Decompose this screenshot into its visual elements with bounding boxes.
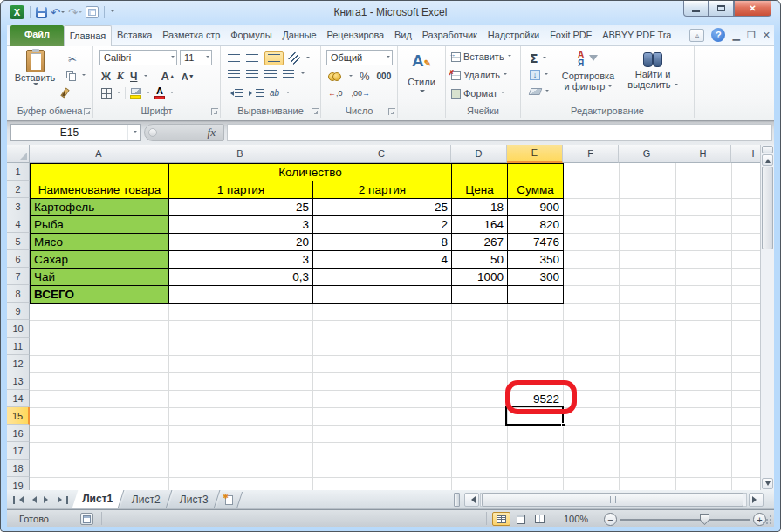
fill-color-icon[interactable] <box>130 88 141 99</box>
resize-grip[interactable] <box>761 514 771 524</box>
column-header-B[interactable]: B <box>168 145 312 163</box>
wrap-text-icon[interactable] <box>283 70 294 78</box>
maximize-button[interactable] <box>709 1 734 17</box>
currency-icon[interactable] <box>328 72 341 81</box>
fill-button[interactable]: ↓ <box>530 70 548 80</box>
tab-split-handle[interactable] <box>454 493 460 507</box>
sheet-tab-Лист3[interactable]: Лист3 <box>168 490 221 508</box>
tab-file[interactable]: Файл <box>10 25 64 46</box>
font-color-icon[interactable]: А <box>154 87 165 99</box>
row-header-15[interactable]: 15 <box>7 407 30 425</box>
minimize-button[interactable] <box>683 1 709 17</box>
fill-handle[interactable] <box>561 423 565 427</box>
clipboard-dialog-launcher[interactable] <box>84 108 91 115</box>
cell-B2[interactable]: 1 партия <box>168 181 313 199</box>
row-header-12[interactable]: 12 <box>7 355 30 372</box>
cut-button[interactable]: ✂ <box>68 53 77 65</box>
tab-Вставка[interactable]: Вставка <box>112 25 157 46</box>
cell-A1[interactable]: Наименование товара <box>30 163 169 199</box>
tab-Формулы[interactable]: Формулы <box>225 25 277 46</box>
cell-E3[interactable]: 900 <box>507 198 564 216</box>
tab-Рецензирова[interactable]: Рецензирова <box>322 25 390 46</box>
name-box[interactable]: E15 <box>10 124 141 141</box>
column-header-H[interactable]: H <box>675 145 731 163</box>
zoom-level[interactable]: 100% <box>564 514 588 524</box>
align-top-icon[interactable] <box>228 54 240 63</box>
delete-cells-button[interactable]: ✗ Удалить <box>451 70 507 80</box>
bold-button[interactable]: Ж <box>101 71 111 83</box>
cell-B3[interactable]: 25 <box>168 198 313 216</box>
styles-button[interactable]: А✎ Стили <box>405 51 438 95</box>
vertical-scrollbar[interactable] <box>760 145 774 490</box>
column-header-G[interactable]: G <box>619 145 675 163</box>
font-size-combo[interactable]: 11 <box>180 50 212 65</box>
help-icon[interactable]: ? <box>711 28 725 42</box>
column-header-D[interactable]: D <box>451 145 507 163</box>
column-header-F[interactable]: F <box>563 145 619 163</box>
sheet-tab-Лист2[interactable]: Лист2 <box>120 490 173 508</box>
last-sheet-button[interactable] <box>56 493 69 507</box>
cell-D3[interactable]: 18 <box>451 198 508 216</box>
align-bottom-icon[interactable] <box>264 51 284 65</box>
row-header-8[interactable]: 8 <box>7 285 30 303</box>
cell-E8[interactable] <box>507 285 564 304</box>
cell-D1[interactable]: Цена <box>451 163 508 199</box>
column-header-A[interactable]: A <box>30 145 168 163</box>
align-left-icon[interactable] <box>228 70 240 78</box>
cell-E4[interactable]: 820 <box>507 215 564 234</box>
underline-button[interactable]: Ч <box>130 71 137 83</box>
hscroll-right-button[interactable] <box>749 493 764 507</box>
cell-C7[interactable] <box>312 268 452 286</box>
align-right-icon[interactable] <box>264 70 277 78</box>
cell-D5[interactable]: 267 <box>451 233 508 251</box>
tab-Вид[interactable]: Вид <box>389 25 417 46</box>
format-cells-button[interactable]: Формат <box>451 88 504 99</box>
cell-D4[interactable]: 164 <box>451 215 508 234</box>
formula-input[interactable] <box>227 124 772 141</box>
cell-E5[interactable]: 7476 <box>507 233 564 251</box>
cell-A3[interactable]: Картофель <box>30 198 169 216</box>
autosum-button[interactable]: Σ <box>530 51 546 65</box>
decrease-decimal-icon[interactable]: ,00→ <box>352 89 371 98</box>
row-header-11[interactable]: 11 <box>7 338 30 355</box>
cell-E1[interactable]: Сумма <box>507 163 564 199</box>
hscroll-thumb[interactable] <box>482 493 743 507</box>
cell-E6[interactable]: 350 <box>507 250 564 269</box>
next-sheet-button[interactable] <box>41 493 54 507</box>
vscroll-thumb[interactable] <box>762 167 773 249</box>
cell-E7[interactable]: 300 <box>507 268 564 286</box>
row-header-2[interactable]: 2 <box>7 181 30 198</box>
find-select-button[interactable]: Найти ивыделить <box>622 50 683 90</box>
scroll-up-button[interactable] <box>762 154 773 166</box>
grow-font-button[interactable]: А▲ <box>161 70 175 83</box>
copy-button[interactable] <box>66 71 86 81</box>
sheet-tab-Лист1[interactable]: Лист1 <box>72 490 125 508</box>
row-header-13[interactable]: 13 <box>7 372 30 390</box>
view-page-break-button[interactable] <box>531 512 549 526</box>
tab-Разработчик[interactable]: Разработчик <box>417 25 483 46</box>
zoom-out-button[interactable]: − <box>604 513 617 526</box>
tab-ABBYY PDF Tra[interactable]: ABBYY PDF Tra <box>597 25 676 46</box>
cell-A8[interactable]: ВСЕГО <box>30 285 169 304</box>
insert-function-icon[interactable]: fx <box>208 126 216 140</box>
zoom-slider-thumb[interactable] <box>700 514 709 525</box>
decrease-indent-icon[interactable] <box>228 89 243 98</box>
view-page-layout-button[interactable] <box>511 512 530 526</box>
vscroll-split-handle[interactable] <box>762 146 773 153</box>
row-header-7[interactable]: 7 <box>7 268 30 285</box>
view-normal-button[interactable] <box>492 512 510 526</box>
row-header-18[interactable]: 18 <box>7 460 30 477</box>
cell-B6[interactable]: 3 <box>168 250 313 269</box>
prev-sheet-button[interactable] <box>26 493 39 507</box>
increase-indent-icon[interactable] <box>249 89 264 98</box>
paste-button[interactable]: Вставить <box>12 50 58 88</box>
tab-Foxit PDF[interactable]: Foxit PDF <box>545 25 597 46</box>
hscroll-left-button[interactable] <box>464 493 479 507</box>
row-header-5[interactable]: 5 <box>7 233 30 250</box>
first-sheet-button[interactable] <box>11 493 24 507</box>
cell-B5[interactable]: 20 <box>168 233 313 251</box>
row-header-1[interactable]: 1 <box>7 163 30 181</box>
merge-center-icon[interactable]: ab <box>270 88 279 98</box>
tab-Разметка стр[interactable]: Разметка стр <box>157 25 225 46</box>
cell-B8[interactable] <box>168 285 313 304</box>
